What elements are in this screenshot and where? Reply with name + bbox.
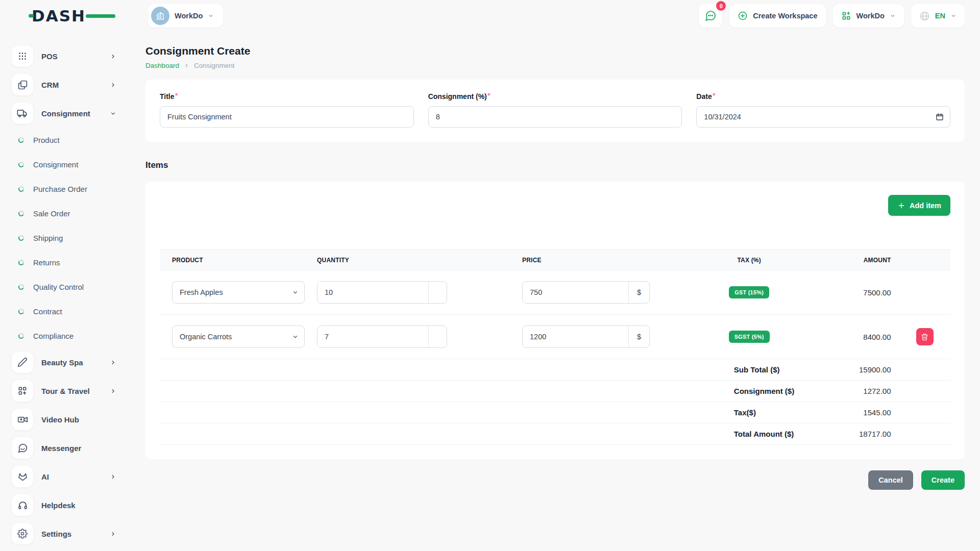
chevron-down-icon (890, 13, 896, 19)
grid-plus-icon (17, 386, 28, 396)
crm-tile (12, 74, 33, 95)
app-logo: DASH (32, 7, 108, 25)
building-icon (155, 11, 165, 21)
price-input[interactable] (523, 282, 628, 303)
workspace-switcher[interactable]: WorkDo (148, 4, 223, 28)
create-workspace-button[interactable]: Create Workspace (729, 4, 825, 28)
subtotal-row: Sub Total ($) 15900.00 (160, 359, 950, 381)
sidebar-item-consignment[interactable]: Consignment (12, 99, 116, 128)
required-asterisk: * (175, 92, 178, 101)
helpdesk-tile (12, 494, 33, 516)
consignment-pct-input[interactable] (428, 106, 682, 128)
sidebar-item-ai[interactable]: AI (12, 462, 116, 491)
column-header-action (899, 250, 950, 270)
top-header: DASH WorkDo 0 Create Workspace (0, 0, 980, 32)
sidebar-item-label: CRM (41, 81, 110, 89)
add-item-label: Add item (910, 202, 941, 210)
tax-total-row: Tax($) 1545.00 (160, 402, 950, 423)
video-camera-icon (17, 414, 28, 425)
add-item-button[interactable]: Add item (888, 195, 950, 216)
trash-icon (921, 333, 928, 341)
subtotal-value: 15900.00 (840, 359, 899, 381)
consignment-total-value: 1272.00 (840, 381, 899, 402)
consignment-tile (12, 103, 33, 124)
language-code: EN (935, 12, 945, 20)
grid-plus-icon (841, 11, 851, 21)
create-workspace-label: Create Workspace (753, 12, 817, 20)
sidebar-subitem-label: Compliance (33, 332, 74, 340)
delete-row-button[interactable] (916, 328, 934, 345)
sidebar-subitem-label: Product (33, 136, 60, 144)
ai-tile (12, 466, 33, 487)
sidebar-item-tour-travel[interactable]: Tour & Travel (12, 377, 116, 405)
chevron-down-icon (110, 110, 116, 117)
messages-button[interactable]: 0 (699, 4, 722, 28)
tour-travel-tile (12, 380, 33, 402)
chevron-right-icon (184, 63, 189, 68)
breadcrumb: Dashboard Consignment (145, 62, 965, 69)
workspace-name: WorkDo (175, 12, 203, 20)
grand-total-value: 18717.00 (840, 423, 899, 445)
cancel-button[interactable]: Cancel (868, 470, 913, 490)
apps-grid-icon (17, 51, 28, 62)
sidebar-subitem-returns[interactable]: Returns (18, 250, 116, 274)
sidebar-item-video-hub[interactable]: Video Hub (12, 405, 116, 434)
date-field-group: Date* (696, 92, 950, 128)
language-selector[interactable]: EN (911, 4, 965, 28)
breadcrumb-current: Consignment (194, 62, 235, 69)
main-content: Consignment Create Dashboard Consignment… (129, 32, 980, 510)
bullet-icon (18, 185, 24, 192)
sidebar-subitem-product[interactable]: Product (18, 128, 116, 152)
sidebar-subitem-consignment[interactable]: Consignment (18, 152, 116, 177)
breadcrumb-dashboard-link[interactable]: Dashboard (145, 62, 179, 69)
workdo-menu-label: WorkDo (856, 12, 885, 20)
product-select[interactable]: Organic Carrots (172, 325, 305, 348)
truck-icon (17, 108, 28, 119)
sidebar-item-beauty-spa[interactable]: Beauty Spa (12, 348, 116, 377)
sidebar-item-messenger[interactable]: Messenger (12, 434, 116, 462)
sidebar-subitem-sale-order[interactable]: Sale Order (18, 201, 116, 226)
globe-icon (919, 11, 930, 21)
sidebar-item-pos[interactable]: POS (12, 42, 116, 70)
chevron-right-icon (110, 531, 116, 537)
sidebar-subitem-quality-control[interactable]: Quality Control (18, 274, 116, 299)
workdo-menu-button[interactable]: WorkDo (833, 4, 904, 28)
quantity-input[interactable] (317, 282, 428, 303)
quantity-addon[interactable] (428, 326, 447, 347)
sidebar-item-crm[interactable]: CRM (12, 70, 116, 99)
sidebar-item-label: Video Hub (41, 415, 116, 424)
column-header-product: PRODUCT (160, 250, 311, 270)
sidebar-subitem-label: Quality Control (33, 283, 84, 291)
create-button[interactable]: Create (921, 470, 965, 490)
sidebar-subitem-contract[interactable]: Contract (18, 299, 116, 323)
sidebar-subitem-shipping[interactable]: Shipping (18, 226, 116, 250)
gear-icon (17, 529, 28, 539)
grand-total-row: Total Amount ($) 18717.00 (160, 423, 950, 445)
sidebar-subitem-label: Consignment (33, 160, 78, 169)
price-input[interactable] (523, 326, 628, 347)
bullet-icon (18, 308, 24, 314)
brush-icon (17, 357, 28, 367)
title-input[interactable] (160, 106, 414, 128)
headset-icon (17, 500, 28, 511)
sidebar-item-helpdesk[interactable]: Helpdesk (12, 491, 116, 519)
date-input[interactable] (696, 106, 950, 128)
product-select[interactable]: Fresh Apples (172, 281, 305, 304)
sidebar-item-label: AI (41, 472, 110, 481)
sidebar-subitem-purchase-order[interactable]: Purchase Order (18, 177, 116, 201)
quantity-group (317, 325, 447, 348)
sidebar-subitem-compliance[interactable]: Compliance (18, 323, 116, 348)
quantity-input[interactable] (317, 326, 428, 347)
beauty-spa-tile (12, 352, 33, 373)
sidebar-item-settings[interactable]: Settings (12, 519, 116, 548)
item-row-1: Fresh Apples $ (160, 270, 950, 315)
consignment-pct-field-group: Consignment (%)* (428, 92, 682, 128)
consignment-form-card: Title* Consignment (%)* Date* (145, 80, 965, 142)
items-section-heading: Items (145, 160, 965, 170)
sidebar-subitem-label: Sale Order (33, 209, 70, 218)
quantity-addon[interactable] (428, 282, 447, 303)
chevron-right-icon (110, 82, 116, 88)
tax-badge: GST (15%) (729, 286, 769, 298)
workspace-avatar (151, 7, 169, 25)
product-select-wrap: Organic Carrots (172, 325, 305, 348)
